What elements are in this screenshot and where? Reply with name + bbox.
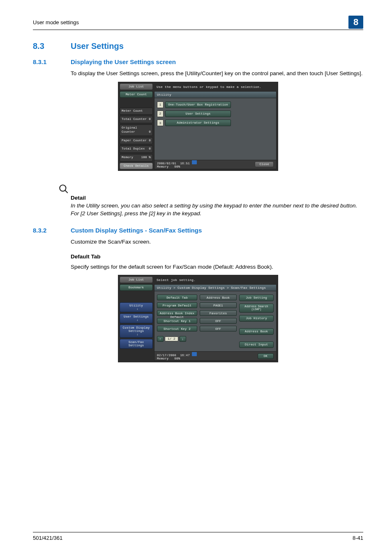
status-bar: 02/17/2008 16:47 Memory 90% OK [154,352,277,361]
h2-number: 8.3.1 [33,58,71,65]
job-list-tab[interactable]: Job List [120,83,153,90]
crumb-user-settings[interactable]: User Settings↓ [120,313,153,323]
menu-number: 3 [157,120,164,126]
total-duplex-stat: Total Duplex0 [120,145,153,153]
status-bar: 2008/02/01 16:51 Memory 90% Close [154,160,277,169]
menu-button-user-settings[interactable]: User Settings [165,111,231,117]
menu-number: 2 [157,111,164,117]
setting-program-default[interactable]: Program Default [157,302,197,308]
crumb-custom-display[interactable]: Custom Display Settings↓ [120,325,153,338]
status-mem-value: 90% [174,165,180,168]
address-search-button[interactable]: Address Search (LDAP) [239,304,274,313]
status-icon [192,160,197,164]
menu-button-registration[interactable]: One-Touch/User Box Registration [165,101,231,108]
chapter-badge: 8 [348,16,363,29]
menu-item-1[interactable]: 1 One-Touch/User Box Registration [157,101,274,108]
job-setting-button[interactable]: Job Setting [239,295,274,301]
status-mem-value: 90% [174,357,180,360]
direct-input-button[interactable]: Direct Input [239,341,274,348]
original-counter-stat: Original Counter0 [120,124,153,136]
page-footer: 501/421/361 8-41 [33,532,363,541]
status-mem-label: Memory [157,357,168,360]
h1-number: 8.3 [33,41,71,51]
status-time: 16:47 [180,354,190,357]
setting-default-tab[interactable]: Default Tab [157,295,197,300]
h2-number: 8.3.2 [33,227,71,234]
crumb-scanfax[interactable]: Scan/Fax Settings [120,339,153,349]
h1-title: User Settings [71,41,124,51]
pager-up-button[interactable]: ↑ [157,336,164,342]
crumb-utility[interactable]: Utility↓ [120,302,153,312]
detail-note: Detail In the Utility screen, you can al… [71,183,363,218]
scanfax-settings-screenshot: Job List Bookmark Utility↓ User Settings… [118,275,278,362]
status-date: 02/17/2008 [157,354,176,357]
section-heading-8-3: 8.3 User Settings [33,41,363,51]
value-shortcut-2: OFF [200,326,237,332]
menu-number: 1 [157,101,164,108]
job-history-button[interactable]: Job History [239,315,274,322]
setting-shortcut-2[interactable]: Shortcut Key 2 [157,326,197,332]
ok-button[interactable]: OK [258,353,274,359]
close-button[interactable]: Close [255,161,274,167]
breadcrumb-title: Utility > Custom Display Settings > Scan… [154,284,277,291]
page-header: User mode settings 8 [33,16,363,30]
pager-label: 1/ 2 [165,336,178,341]
check-details-button[interactable]: Check Details [120,163,153,169]
instruction-text: Use the menu buttons or keypad to make a… [154,83,277,91]
footer-model: 501/421/361 [33,535,62,541]
menu-button-admin-settings[interactable]: Administrator Settings [165,120,231,126]
memory-stat: Memory100 % [120,154,153,161]
status-time: 16:51 [180,162,190,165]
value-shortcut-1: OFF [200,318,237,324]
menu-item-2[interactable]: 2 User Settings [157,111,274,117]
subheading-default-tab: Default Tab [71,253,363,260]
status-icon [192,352,197,356]
svg-point-0 [60,185,66,191]
address-book-button[interactable]: Address Book [239,328,274,335]
paragraph-8-3-2: Customize the Scan/Fax screen. [71,238,363,246]
section-heading-8-3-2: 8.3.2 Custom Display Settings - Scan/Fax… [33,227,363,234]
note-title: Detail [71,195,363,201]
section-heading-8-3-1: 8.3.1 Displaying the User Settings scree… [33,58,363,65]
bookmark-button[interactable]: Bookmark [120,284,153,291]
setting-addr-book-index[interactable]: Address Book Index Default [157,310,197,316]
h2-title: Custom Display Settings - Scan/Fax Setti… [71,227,202,234]
paragraph-default-tab: Specify settings for the default screen … [71,263,363,271]
value-addr-book-index: Favorites [200,310,237,316]
status-mem-label: Memory [157,165,168,168]
utility-screenshot: Job List Meter Count Meter Count Total C… [118,82,278,171]
setting-shortcut-1[interactable]: Shortcut Key 1 [157,318,197,324]
footer-page-number: 8-41 [353,535,363,541]
pager-down-button[interactable]: ↓ [180,336,186,342]
meter-count-stat: Meter Count [120,108,153,115]
value-program-default: PAGE1 [200,302,237,308]
panel-title-utility: Utility [154,91,277,98]
menu-item-3[interactable]: 3 Administrator Settings [157,120,274,126]
svg-line-1 [65,190,68,193]
instruction-text: Select job setting. [154,276,277,284]
job-list-tab[interactable]: Job List [120,276,153,283]
meter-count-button[interactable]: Meter Count [120,91,153,98]
h2-title: Displaying the User Settings screen [71,58,176,65]
header-breadcrumb: User mode settings [33,19,79,25]
paper-counter-stat: Paper Counter0 [120,137,153,145]
note-body: In the Utility screen, you can also sele… [71,202,363,218]
total-counter-stat: Total Counter0 [120,116,153,123]
value-default-tab: Address Book [200,295,237,300]
status-date: 2008/02/01 [157,162,176,165]
paragraph-8-3-1: To display the User Settings screen, pre… [71,69,363,78]
